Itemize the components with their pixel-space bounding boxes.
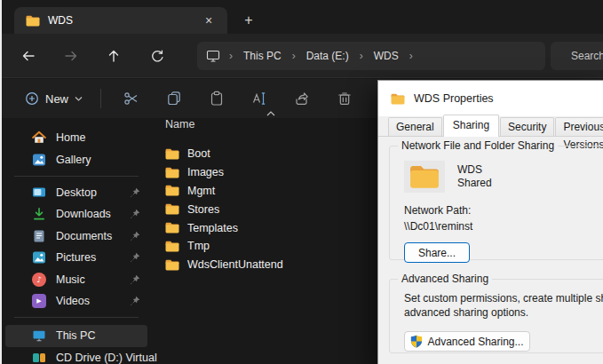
downloads-icon [32, 207, 46, 221]
folder-icon [26, 13, 40, 28]
delete-button[interactable] [328, 85, 361, 112]
up-button[interactable] [100, 46, 127, 66]
breadcrumb: › This PC › Data (E:) › WDS › [197, 42, 545, 70]
folder-name: Templates [187, 222, 238, 234]
sidebar-item-label: Documents [56, 230, 130, 242]
sidebar-item-desktop[interactable]: Desktop [5, 182, 147, 203]
cut-button[interactable] [115, 85, 148, 112]
folder-icon [165, 239, 179, 253]
breadcrumb-separator: › [360, 50, 363, 62]
advanced-sharing-button[interactable]: Advanced Sharing... [404, 331, 530, 352]
tab-general[interactable]: General [388, 117, 442, 136]
breadcrumb-separator: › [409, 50, 413, 62]
sidebar-item-this-pc[interactable]: This PC [5, 325, 147, 346]
folder-name: Stores [187, 203, 219, 216]
paste-button[interactable] [200, 85, 234, 112]
rename-button[interactable] [242, 85, 276, 112]
sidebar-item-cd-drive[interactable]: CD Drive (D:) Virtual [5, 347, 147, 364]
advanced-sharing-button-label: Advanced Sharing... [427, 336, 523, 348]
navigation-sidebar: Home Gallery Desktop Downloads [2, 118, 151, 364]
folder-row[interactable]: Boot [151, 145, 377, 163]
pictures-icon [32, 250, 46, 265]
folder-icon [165, 146, 179, 161]
folder-name: Boot [187, 147, 210, 160]
music-icon: ♪ [32, 273, 46, 287]
file-explorer-window: WDS × + › This PC › Data (E:) › WDS [0, 0, 603, 364]
new-tab-button[interactable]: + [238, 10, 259, 31]
share-button-label: Share... [418, 247, 456, 259]
sidebar-item-documents[interactable]: Documents [5, 226, 147, 247]
back-button[interactable] [15, 46, 42, 66]
shared-folder-icon [404, 161, 445, 193]
breadcrumb-folder[interactable]: WDS [372, 48, 401, 64]
share-dialog-button[interactable]: Share... [404, 242, 470, 263]
tab-close-icon[interactable]: × [199, 11, 218, 30]
folder-row[interactable]: Images [151, 163, 377, 182]
sidebar-item-home[interactable]: Home [5, 127, 147, 148]
breadcrumb-this-pc[interactable]: This PC [242, 48, 283, 64]
gallery-icon [32, 153, 46, 167]
folder-icon [165, 257, 179, 272]
new-button-label: New [45, 92, 68, 106]
documents-icon [32, 229, 46, 243]
sort-ascending-icon[interactable] [266, 111, 275, 116]
tab-security[interactable]: Security [500, 117, 554, 136]
folder-row[interactable]: Tmp [151, 237, 377, 256]
search-label: Search [571, 50, 603, 62]
folder-icon [165, 202, 179, 217]
advanced-sharing-description: Set custom permissions, create multiple … [404, 292, 603, 306]
pin-icon [130, 274, 140, 285]
advanced-sharing-description: advanced sharing options. [404, 306, 603, 320]
pin-icon [130, 231, 140, 241]
folder-row[interactable]: Templates [151, 218, 377, 237]
sidebar-item-label: CD Drive (D:) Virtual [56, 352, 157, 364]
dialog-title-bar: WDS Properties [378, 81, 603, 116]
folder-name: Mgmt [187, 185, 215, 197]
breadcrumb-drive[interactable]: Data (E:) [305, 48, 351, 64]
dialog-title: WDS Properties [414, 92, 494, 105]
home-icon [32, 131, 46, 145]
share-button[interactable] [285, 85, 319, 112]
tab-previous-versions[interactable]: Previous Versions [555, 117, 603, 136]
refresh-button[interactable] [144, 46, 171, 66]
breadcrumb-separator: › [292, 50, 296, 62]
folder-name: WdsClientUnattend [187, 258, 283, 271]
sidebar-divider [14, 317, 139, 318]
tab-sharing[interactable]: Sharing [443, 115, 499, 137]
sidebar-item-downloads[interactable]: Downloads [5, 203, 147, 225]
cd-drive-icon [32, 351, 46, 364]
search-input[interactable]: Search [551, 42, 603, 70]
network-path-value: \\Dc01\reminst [404, 218, 603, 234]
folder-row[interactable]: Mgmt [151, 182, 377, 201]
sidebar-item-label: Desktop [56, 186, 130, 199]
navigation-bar: › This PC › Data (E:) › WDS › Search [2, 34, 603, 78]
folder-row[interactable]: Stores [151, 200, 377, 218]
sidebar-item-pictures[interactable]: Pictures [5, 247, 147, 268]
sidebar-item-label: Music [56, 273, 130, 286]
explorer-tab[interactable]: WDS × [14, 7, 227, 34]
sidebar-item-videos[interactable]: ▶ Videos [5, 290, 147, 312]
uac-shield-icon [410, 335, 423, 348]
new-button[interactable]: New [16, 87, 91, 110]
advanced-sharing-group: Advanced Sharing Set custom permissions,… [389, 279, 603, 353]
folder-icon [165, 184, 179, 198]
sidebar-item-music[interactable]: ♪ Music [5, 268, 147, 289]
pin-icon [130, 252, 140, 263]
plus-circle-icon [25, 91, 39, 106]
forward-button[interactable] [58, 46, 84, 66]
folder-row[interactable]: WdsClientUnattend [151, 256, 377, 274]
group-title: Advanced Sharing [398, 273, 492, 285]
network-sharing-group: Network File and Folder Sharing WDS Shar… [389, 146, 603, 260]
folder-icon [165, 221, 179, 235]
tab-title: WDS [48, 14, 199, 27]
column-header-name[interactable]: Name [165, 118, 194, 131]
sidebar-item-gallery[interactable]: Gallery [5, 148, 147, 170]
copy-button[interactable] [157, 85, 191, 112]
sidebar-item-label: This PC [56, 329, 140, 342]
this-pc-icon [32, 328, 46, 343]
share-name: WDS [457, 163, 492, 177]
folder-icon [165, 165, 179, 179]
breadcrumb-separator: › [229, 50, 233, 62]
chevron-down-icon [75, 96, 83, 101]
sidebar-item-label: Videos [56, 295, 130, 307]
